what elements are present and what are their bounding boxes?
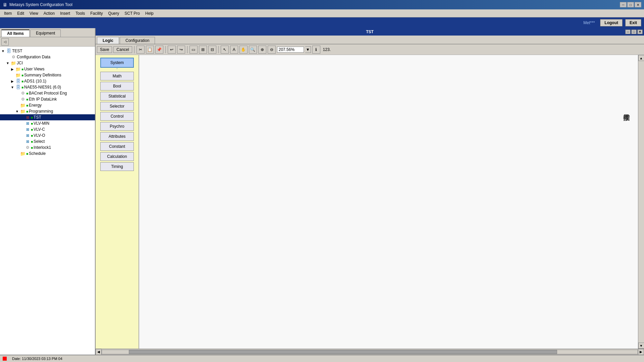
close-button[interactable]: ✕ (635, 2, 641, 7)
left-tab-all-items[interactable]: All Items (1, 29, 30, 37)
logic-button-statistical[interactable]: Statistical (100, 92, 134, 101)
status-dot: ■ (26, 104, 28, 107)
left-tab-equipment[interactable]: Equipment (30, 29, 61, 37)
window-controls: ─ □ ✕ (620, 2, 641, 7)
tree-item-label: VLV-O (34, 133, 45, 138)
right-tab-configuration[interactable]: Configuration (120, 37, 155, 44)
right-tab-logic[interactable]: Logic (97, 37, 119, 44)
logout-button[interactable]: Logout (600, 19, 623, 26)
logic-button-bool[interactable]: Bool (100, 82, 134, 90)
logic-button-control[interactable]: Control (100, 112, 134, 121)
logic-button-math[interactable]: Math (100, 72, 134, 80)
canvas-area: 接控老季 (139, 55, 638, 349)
right-minimize-button[interactable]: ─ (625, 29, 631, 34)
exit-button[interactable]: Exit (625, 19, 641, 26)
tree-item[interactable]: ▼🗄TEST (0, 48, 95, 54)
tree-item-label: Programming (29, 109, 53, 114)
status-dot: ■ (31, 128, 33, 131)
tree-item[interactable]: ▼📁■Programming (0, 108, 95, 114)
tree-toggle[interactable]: ▼ (1, 49, 5, 53)
select-icon[interactable]: ▭ (190, 46, 198, 54)
cut-icon[interactable]: ✂ (137, 46, 145, 54)
tree-item[interactable]: ⊠■VLV-C (0, 126, 95, 132)
tree-item[interactable]: ⊠■Select (0, 138, 95, 144)
title-left: 🖥 Metasys System Configuration Tool (3, 2, 72, 7)
hand-icon[interactable]: ✋ (239, 46, 248, 54)
scroll-down-button[interactable]: ▼ (638, 343, 644, 349)
right-maximize-button[interactable]: □ (631, 29, 637, 34)
tree-item[interactable]: ⊠■TST (0, 114, 95, 120)
db-icon: 🗄 (16, 84, 20, 90)
menubar: ItemEditViewActionInsertToolsFacilityQue… (0, 9, 644, 17)
redo-icon[interactable]: ↪ (177, 46, 185, 54)
tree-item[interactable]: ⊠■VLV-O (0, 132, 95, 138)
save-button[interactable]: Save (97, 46, 112, 53)
right-close-button[interactable]: ✕ (637, 29, 643, 34)
zoom-dropdown[interactable]: ▼ (305, 46, 311, 53)
status-dot: ■ (21, 85, 23, 89)
scroll-right-button[interactable]: ▶ (638, 349, 644, 355)
menu-item-edit[interactable]: Edit (14, 10, 27, 16)
pointer-icon[interactable]: ↖ (221, 46, 229, 54)
logic-button-attributes[interactable]: Attributes (100, 132, 134, 141)
logic-button-constant[interactable]: Constant (100, 142, 134, 151)
vlv-icon: ⊠ (26, 133, 29, 138)
vertical-scrollbar[interactable]: ▲ ▼ (638, 55, 644, 349)
tree-item[interactable]: ⚙■BACnet Protocol Eng (0, 90, 95, 96)
titlebar: 🖥 Metasys System Configuration Tool ─ □ … (0, 0, 644, 9)
tree-item[interactable]: ⚙Configuration Data (0, 54, 95, 60)
grid-icon[interactable]: ⊟ (208, 46, 216, 54)
scroll-left-button[interactable]: ◀ (96, 349, 102, 355)
tree-item[interactable]: 📁■Energy (0, 102, 95, 108)
tree-item[interactable]: ▶📁■User Views (0, 66, 95, 72)
horizontal-scrollbar[interactable]: ◀ ▶ (96, 349, 644, 355)
logic-button-calculation[interactable]: Calculation (100, 152, 134, 161)
right-panel-title: TST (366, 29, 374, 34)
logic-button-psychro[interactable]: Psychro (100, 122, 134, 131)
tree-item[interactable]: 📁■Summary Definitions (0, 72, 95, 78)
paste-icon[interactable]: 📌 (155, 46, 163, 54)
table-icon[interactable]: ⊞ (199, 46, 207, 54)
logic-button-timing[interactable]: Timing (100, 162, 134, 171)
menu-item-help[interactable]: Help (143, 10, 156, 16)
tree-toggle[interactable]: ▼ (10, 85, 15, 89)
system-block-button[interactable]: System↓ (100, 58, 134, 68)
main-layout: All ItemsEquipment ◁ ▼🗄TEST⚙Configuratio… (0, 28, 644, 355)
zoom-in-icon[interactable]: 🔍 (249, 46, 257, 54)
logic-button-selector[interactable]: Selector (100, 102, 134, 111)
menu-item-tools[interactable]: Tools (73, 10, 88, 16)
scroll-up-button[interactable]: ▲ (638, 55, 644, 61)
tree-toggle[interactable]: ▶ (10, 67, 15, 71)
minimize-button[interactable]: ─ (620, 2, 627, 7)
menu-item-view[interactable]: View (27, 10, 41, 16)
cancel-button[interactable]: Cancel (113, 46, 132, 53)
text-icon[interactable]: A (230, 46, 238, 54)
tree-toggle[interactable]: ▶ (10, 79, 15, 83)
tree-toggle[interactable]: ▼ (15, 110, 19, 113)
tree-item[interactable]: ⚙■Interlock1 (0, 144, 95, 150)
menu-item-query[interactable]: Query (106, 10, 122, 16)
nav-back-button[interactable]: ◁ (1, 38, 9, 46)
folder-icon: 📁 (11, 61, 16, 66)
menu-item-facility[interactable]: Facility (88, 10, 105, 16)
info-icon[interactable]: ℹ (312, 46, 320, 54)
status-dot: ■ (21, 67, 23, 71)
zoom-out-icon[interactable]: ⊖ (268, 46, 276, 54)
tree-toggle[interactable]: ▼ (5, 61, 10, 65)
tree-item[interactable]: ⚙■Eth IP DataLink (0, 96, 95, 102)
tree-item[interactable]: 📁■Schedule (0, 150, 95, 157)
vlv-icon: ⊠ (26, 115, 29, 120)
tree-item[interactable]: ▶🗄■ADS1 (10.1) (0, 78, 95, 84)
menu-item-insert[interactable]: Insert (57, 10, 73, 16)
zoom-fit-icon[interactable]: ⊕ (258, 46, 266, 54)
copy-icon[interactable]: 📋 (146, 46, 154, 54)
menu-item-item[interactable]: Item (1, 10, 14, 16)
tree-item[interactable]: ▼🗄■NAE55-NIE591 (6.0) (0, 84, 95, 90)
hscroll-thumb[interactable] (129, 350, 557, 354)
maximize-button[interactable]: □ (627, 2, 634, 7)
menu-item-action[interactable]: Action (41, 10, 57, 16)
menu-item-sct-pro[interactable]: SCT Pro (122, 10, 143, 16)
tree-item[interactable]: ⊠■VLV-MIN (0, 120, 95, 126)
tree-item[interactable]: ▼📁JCI (0, 60, 95, 66)
undo-icon[interactable]: ↩ (168, 46, 176, 54)
